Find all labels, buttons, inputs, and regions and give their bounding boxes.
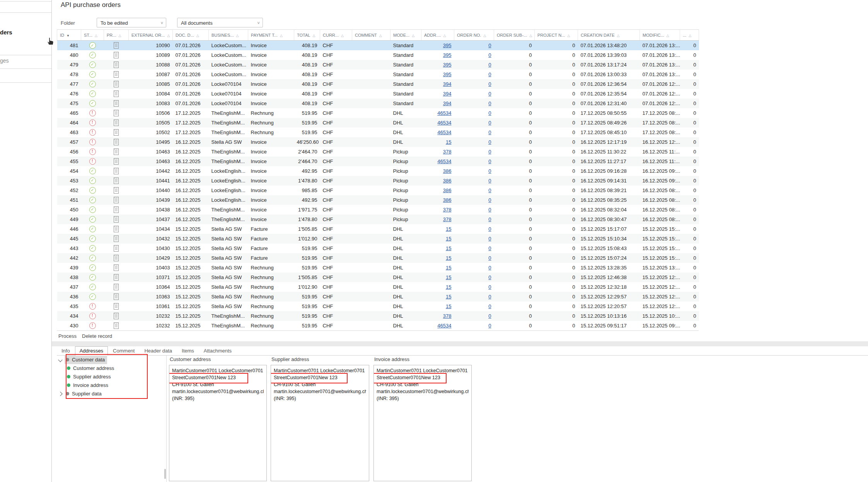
order-no-link[interactable]: 0 (488, 62, 491, 68)
document-preview-icon[interactable] (114, 148, 119, 155)
document-preview-icon[interactable] (114, 206, 119, 213)
document-preview-icon[interactable] (114, 322, 119, 329)
address-box[interactable]: MartinCustomer0701 LockeCustomer0701Stre… (373, 365, 472, 481)
address-link[interactable]: 15 (446, 294, 451, 300)
order-no-link[interactable]: 0 (488, 158, 491, 164)
address-link[interactable]: 46534 (437, 110, 451, 116)
address-link[interactable]: 15 (446, 255, 451, 261)
table-row[interactable]: 465!1050617.12.2025TheEnglishM...Rechnun… (57, 108, 699, 118)
order-no-link[interactable]: 0 (488, 91, 491, 97)
table-row[interactable]: 435!1036115.12.2025Stella AG SWRechnung5… (57, 301, 699, 311)
sidebar-item-pages[interactable]: ges (0, 58, 9, 64)
table-row[interactable]: 457!1049516.12.2025Stella AG SWInvoice46… (57, 137, 699, 147)
column-header-mode[interactable]: MODE...△ (391, 30, 421, 41)
address-link[interactable]: 386 (443, 178, 452, 184)
order-no-link[interactable]: 0 (488, 178, 491, 184)
document-preview-icon[interactable] (114, 42, 119, 49)
order-no-link[interactable]: 0 (488, 197, 491, 203)
table-row[interactable]: 454✓1044216.12.2025LockeEnglish...Invoic… (57, 166, 699, 176)
table-row[interactable]: 436✓1036315.12.2025Stella AG SWRechnung5… (57, 292, 699, 301)
column-header-currency[interactable]: CURR...△ (320, 30, 352, 41)
order-no-link[interactable]: 0 (488, 139, 491, 145)
order-no-link[interactable]: 0 (488, 168, 491, 174)
tree-node-supplier-address[interactable]: Supplier address (57, 373, 166, 381)
order-no-link[interactable]: 0 (488, 100, 491, 106)
table-row[interactable]: 464!1050517.12.2025TheEnglishM...Rechnun… (57, 118, 699, 128)
document-preview-icon[interactable] (114, 187, 119, 194)
document-preview-icon[interactable] (114, 216, 119, 223)
tree-node-customer-data[interactable]: Customer data (57, 356, 166, 364)
order-no-link[interactable]: 0 (488, 120, 491, 126)
order-no-link[interactable]: 0 (488, 274, 491, 280)
column-header-order-no[interactable]: ORDER NO.△ (454, 30, 494, 41)
document-preview-icon[interactable] (114, 52, 119, 58)
address-link[interactable]: 15 (446, 226, 451, 232)
document-preview-icon[interactable] (114, 158, 119, 165)
column-header-address[interactable]: ADDR....△ (421, 30, 454, 41)
address-link[interactable]: 15 (446, 284, 451, 290)
document-preview-icon[interactable] (114, 100, 119, 107)
column-header-payment-term[interactable]: PAYMENT T...△ (248, 30, 294, 41)
table-row[interactable]: 445✓1043215.12.2025Stella AG SWFacture1'… (57, 234, 699, 244)
column-header-status[interactable]: ST...△ (81, 30, 104, 41)
table-row[interactable]: 455!1046316.12.2025TheEnglishM...Invoice… (57, 157, 699, 166)
table-row[interactable]: 450✓1043816.12.2025TheEnglishM...Invoice… (57, 205, 699, 215)
order-no-link[interactable]: 0 (488, 313, 491, 319)
order-no-link[interactable]: 0 (488, 187, 491, 193)
document-preview-icon[interactable] (114, 168, 119, 174)
address-link[interactable]: 378 (443, 207, 452, 213)
folder-select[interactable]: To be edited ˅ (97, 18, 166, 27)
document-preview-icon[interactable] (114, 81, 119, 87)
address-link[interactable]: 394 (443, 81, 452, 87)
table-row[interactable]: 430!1023215.12.2025TheEnglishM...Rechnun… (57, 321, 699, 330)
document-preview-icon[interactable] (114, 264, 119, 271)
order-no-link[interactable]: 0 (488, 236, 491, 242)
document-preview-icon[interactable] (114, 139, 119, 145)
order-no-link[interactable]: 0 (488, 303, 491, 309)
documents-select[interactable]: All documents ˅ (177, 18, 263, 27)
column-header-extra[interactable]: ...△ (680, 30, 699, 41)
process-button[interactable]: Process (58, 333, 77, 339)
table-row[interactable]: 478✓1008707.01.2026LockeCustom...Invoice… (57, 70, 699, 79)
table-row[interactable]: 480✓1008907.01.2026LockeCustom...Invoice… (57, 50, 699, 60)
sidebar-item-orders[interactable]: ders (0, 29, 12, 36)
order-no-link[interactable]: 0 (488, 294, 491, 300)
table-row[interactable]: 437✓1036415.12.2025Stella AG SWRechnung1… (57, 282, 699, 292)
address-link[interactable]: 15 (446, 265, 451, 271)
order-no-link[interactable]: 0 (488, 207, 491, 213)
order-no-link[interactable]: 0 (488, 255, 491, 261)
address-link[interactable]: 394 (443, 91, 452, 97)
order-no-link[interactable]: 0 (488, 110, 491, 116)
address-link[interactable]: 378 (443, 216, 452, 222)
address-link[interactable]: 378 (443, 149, 452, 155)
document-preview-icon[interactable] (114, 255, 119, 261)
address-link[interactable]: 386 (443, 187, 452, 193)
address-link[interactable]: 46534 (437, 120, 451, 126)
table-row[interactable]: 479✓1008807.01.2026LockeCustom...Invoice… (57, 60, 699, 70)
tab-comment[interactable]: Comment (108, 346, 139, 355)
document-preview-icon[interactable] (114, 226, 119, 232)
address-box[interactable]: MartinCustomer0701 LockeCustomer0701Stre… (169, 365, 267, 481)
address-link[interactable]: 15 (446, 245, 451, 251)
address-link[interactable]: 46534 (437, 158, 451, 164)
column-header-doc-date[interactable]: DOC. D...△ (173, 30, 209, 41)
column-header-preview[interactable]: PR...△ (104, 30, 129, 41)
delete-record-button[interactable]: Delete record (82, 333, 112, 339)
order-no-link[interactable]: 0 (488, 81, 491, 87)
order-no-link[interactable]: 0 (488, 323, 491, 329)
address-link[interactable]: 15 (446, 303, 451, 309)
table-row[interactable]: 442✓1042915.12.2025Stella AG SWFacture51… (57, 253, 699, 263)
address-box[interactable]: MartinCustomer0701 LockeCustomer0701Stre… (271, 365, 369, 481)
document-preview-icon[interactable] (114, 177, 119, 184)
document-preview-icon[interactable] (114, 293, 119, 300)
tree-node-supplier-data[interactable]: Supplier data (57, 390, 166, 398)
table-row[interactable]: 453✓1044116.12.2025LockeEnglish...Invoic… (57, 176, 699, 186)
address-link[interactable]: 395 (443, 52, 452, 58)
tree-node-invoice-address[interactable]: Invoice address (57, 381, 166, 390)
table-row[interactable]: 451✓1043916.12.2025LockeEnglish...Invoic… (57, 195, 699, 205)
order-no-link[interactable]: 0 (488, 284, 491, 290)
address-link[interactable]: 15 (446, 139, 451, 145)
order-no-link[interactable]: 0 (488, 216, 491, 222)
chevron-right-icon[interactable] (58, 392, 62, 396)
address-link[interactable]: 15 (446, 236, 451, 242)
